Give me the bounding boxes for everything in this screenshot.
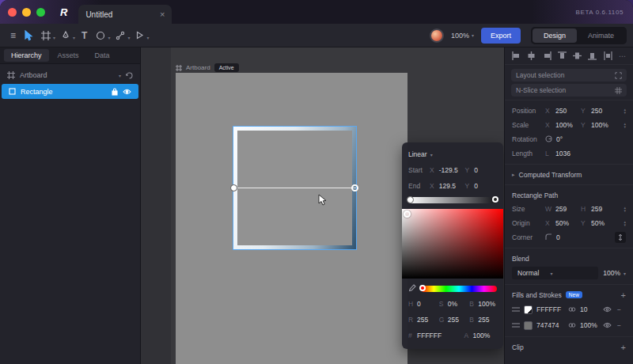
position-stepper[interactable]: ▴▾ [624,108,626,115]
size-w-field[interactable]: 259 [555,205,577,213]
tab-assets[interactable]: Assets [51,49,86,62]
length-field[interactable]: 1036 [555,150,577,157]
expand-chevron-icon[interactable]: ▸ [512,172,515,178]
align-right-icon[interactable] [543,51,552,60]
close-window-button[interactable] [8,8,17,17]
end-y-field[interactable]: 0 [474,182,497,190]
tab-hierarchy[interactable]: Hierarchy [4,49,49,62]
rive-logo[interactable]: R [60,6,67,18]
sync-icon[interactable] [126,72,133,79]
start-x-field[interactable]: -129.5 [439,166,462,174]
size-h-field[interactable]: 259 [591,205,612,213]
tab-animate[interactable]: Animate [577,28,625,43]
link-icon[interactable] [568,306,576,313]
start-y-field[interactable]: 0 [474,166,497,174]
tab-close-icon[interactable]: × [160,9,165,19]
scale-x-field[interactable]: 100% [555,121,577,129]
gradient-stops-bar[interactable] [408,197,497,203]
gradient-stop-white[interactable] [407,196,414,203]
remove-stroke-button[interactable]: − [617,305,621,313]
play-tool-button[interactable] [131,27,148,44]
link-icon[interactable] [568,322,576,328]
reorder-handle-icon[interactable] [512,306,520,313]
fill-opacity-field[interactable]: 100% [580,321,599,329]
tree-item-artboard[interactable]: Artboard ▾ [0,67,140,83]
size-stepper[interactable]: ▴▾ [624,206,626,213]
eyedropper-icon[interactable] [408,284,416,293]
stroke-row[interactable]: FFFFFF 10 − [505,301,633,317]
computed-transform-header[interactable]: ▸ Computed Transform [505,168,633,181]
select-tool-button[interactable] [20,27,37,44]
collapse-chevron-icon[interactable]: ▾ [119,73,121,78]
visibility-eye-icon[interactable] [603,306,612,313]
more-align-options-icon[interactable]: ⋯ [619,52,626,60]
hue-slider[interactable] [421,286,497,292]
user-avatar[interactable] [430,28,444,43]
position-x-field[interactable]: 250 [555,107,577,115]
add-clip-button[interactable]: + [621,343,626,352]
reorder-handle-icon[interactable] [512,322,520,328]
play-tool-chevron-icon[interactable]: ▾ [146,35,149,40]
visibility-eye-icon[interactable] [603,322,612,328]
fill-row[interactable]: 747474 100% − [505,317,633,333]
align-top-icon[interactable] [558,51,567,60]
blue-field[interactable]: 255 [478,316,489,324]
stroke-thickness-field[interactable]: 10 [580,305,599,313]
end-x-field[interactable]: 129.5 [439,182,462,190]
rotation-dial-icon[interactable] [545,135,552,144]
gradient-type-dropdown[interactable]: Linear ▾ [408,150,433,158]
pen-tool-button[interactable] [57,27,74,44]
origin-stepper[interactable]: ▴▾ [624,220,626,227]
brightness-field[interactable]: 100% [478,300,495,308]
corner-link-button[interactable] [615,232,626,243]
corner-radius-field[interactable]: 0 [556,233,578,241]
nslice-selection-button[interactable]: N-Slice selection [511,84,627,97]
green-field[interactable]: 255 [448,316,459,324]
zoom-dropdown[interactable]: 100% ▾ [451,32,474,40]
gradient-end-handle[interactable] [351,184,358,191]
align-middle-vertical-icon[interactable] [573,51,582,60]
artboard-tool-chevron-icon[interactable]: ▾ [53,35,55,40]
remove-fill-button[interactable]: − [617,321,621,329]
canvas[interactable]: Artboard Active Linear ▾ [141,47,504,364]
align-bottom-icon[interactable] [588,51,597,60]
shape-tool-chevron-icon[interactable]: ▾ [108,35,110,40]
gradient-stop-dark[interactable] [492,196,498,203]
artboard-header[interactable]: Artboard Active [176,63,239,72]
distribute-icon[interactable] [604,51,612,60]
red-field[interactable]: 255 [417,316,428,324]
menu-icon[interactable]: ≡ [6,27,20,44]
rotation-field[interactable]: 0° [556,135,578,143]
tree-item-rectangle[interactable]: Rectangle [2,84,138,99]
hue-slider-handle[interactable] [419,285,426,291]
tab-design[interactable]: Design [533,28,577,43]
fill-color-swatch[interactable] [524,321,533,330]
add-fill-button[interactable]: + [621,290,626,300]
shape-tool-button[interactable] [92,27,109,44]
lock-icon[interactable] [112,88,118,96]
saturation-brightness-picker[interactable] [402,209,503,279]
gradient-axis-line[interactable] [233,188,356,188]
sv-picker-handle[interactable] [404,210,411,218]
scale-y-field[interactable]: 100% [591,121,612,129]
blend-opacity-dropdown[interactable]: 100% ▾ [603,269,626,277]
alpha-field[interactable]: 100% [472,332,490,339]
fullscreen-window-button[interactable] [36,8,45,17]
artboard-tool-button[interactable] [37,27,55,44]
blend-mode-dropdown[interactable]: Normal ▾ [512,267,598,279]
bone-tool-button[interactable] [112,27,129,44]
tab-data[interactable]: Data [88,49,117,62]
minimize-window-button[interactable] [22,8,31,17]
layout-selection-button[interactable]: Layout selection [511,69,627,82]
position-y-field[interactable]: 250 [591,107,612,115]
pen-tool-chevron-icon[interactable]: ▾ [73,35,75,40]
align-left-icon[interactable] [512,51,521,60]
stroke-hex-field[interactable]: FFFFFF [536,305,564,313]
hue-field[interactable]: 0 [417,300,428,308]
gradient-start-handle[interactable] [230,184,237,191]
visibility-eye-icon[interactable] [123,89,131,95]
stroke-color-swatch[interactable] [524,305,533,314]
origin-x-field[interactable]: 50% [555,219,577,227]
fill-hex-field[interactable]: 747474 [536,321,564,329]
export-button[interactable]: Export [481,28,521,44]
